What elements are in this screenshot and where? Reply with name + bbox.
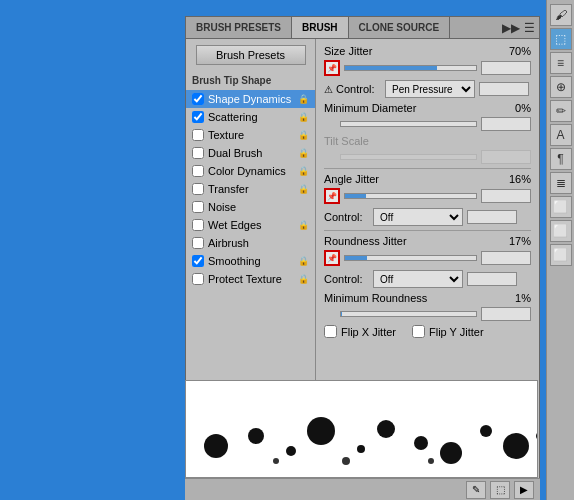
sidebar-item-color-dynamics[interactable]: Color Dynamics 🔒: [186, 162, 315, 180]
preview-footer: ✎ ⬚ ▶: [185, 478, 540, 500]
toolbar-btn-10[interactable]: ⬜: [550, 220, 572, 242]
tab-menu-icon[interactable]: ☰: [524, 21, 535, 35]
size-jitter-slider[interactable]: [344, 65, 477, 71]
size-jitter-row: Size Jitter 70%: [324, 45, 531, 57]
divider2: [324, 230, 531, 231]
sidebar-item-airbrush[interactable]: Airbrush: [186, 234, 315, 252]
toolbar-btn-2[interactable]: ⬚: [550, 28, 572, 50]
svg-point-0: [204, 434, 228, 458]
control2-select[interactable]: Off: [373, 208, 463, 226]
flip-y-jitter-row: Flip Y Jitter: [412, 325, 484, 338]
tab-bar: BRUSH PRESETS BRUSH CLONE SOURCE ▶▶ ☰: [186, 17, 539, 39]
sidebar-item-protect-texture[interactable]: Protect Texture 🔒: [186, 270, 315, 288]
angle-jitter-label: Angle Jitter: [324, 173, 495, 185]
footer-icon-play[interactable]: ▶: [514, 481, 534, 499]
lock-icon: 🔒: [297, 129, 309, 141]
wet-edges-checkbox[interactable]: [192, 219, 204, 231]
airbrush-checkbox[interactable]: [192, 237, 204, 249]
brush-preview: [185, 380, 538, 478]
lock-icon: 🔒: [297, 93, 309, 105]
sidebar-item-shape-dynamics[interactable]: Shape Dynamics 🔒: [186, 90, 315, 108]
tab-clone-source[interactable]: CLONE SOURCE: [349, 17, 451, 38]
protect-texture-checkbox[interactable]: [192, 273, 204, 285]
size-jitter-label: Size Jitter: [324, 45, 495, 57]
warn-icon: ⚠: [324, 84, 333, 95]
scattering-checkbox[interactable]: [192, 111, 204, 123]
sidebar-item-wet-edges[interactable]: Wet Edges 🔒: [186, 216, 315, 234]
angle-jitter-row: Angle Jitter 16%: [324, 173, 531, 185]
control2-row: Control: Off: [324, 208, 531, 226]
min-roundness-input: [481, 307, 531, 321]
angle-jitter-pin[interactable]: 📌: [324, 188, 340, 204]
tab-scroll-icon[interactable]: ▶▶: [502, 21, 520, 35]
min-roundness-row: Minimum Roundness 1%: [324, 292, 531, 304]
toolbar-btn-3[interactable]: ≡: [550, 52, 572, 74]
tilt-scale-input: [481, 150, 531, 164]
footer-icon-grid[interactable]: ⬚: [490, 481, 510, 499]
min-diameter-slider[interactable]: [340, 121, 477, 127]
transfer-checkbox[interactable]: [192, 183, 204, 195]
blue-background: [0, 0, 185, 500]
noise-checkbox[interactable]: [192, 201, 204, 213]
control1-select[interactable]: Pen Pressure: [385, 80, 475, 98]
min-diameter-row: Minimum Diameter 0%: [324, 102, 531, 114]
sidebar-item-smoothing[interactable]: Smoothing 🔒: [186, 252, 315, 270]
svg-point-3: [307, 417, 335, 445]
flip-x-jitter-row: Flip X Jitter: [324, 325, 396, 338]
sidebar-item-noise[interactable]: Noise: [186, 198, 315, 216]
toolbar-btn-4[interactable]: ⊕: [550, 76, 572, 98]
min-diameter-input: [481, 117, 531, 131]
toolbar-btn-7[interactable]: ¶: [550, 148, 572, 170]
brush-presets-button[interactable]: Brush Presets: [196, 45, 306, 65]
size-jitter-pin[interactable]: 📌: [324, 60, 340, 76]
texture-checkbox[interactable]: [192, 129, 204, 141]
tilt-scale-row: Tilt Scale: [324, 135, 531, 147]
tilt-scale-slider: [340, 154, 477, 160]
control3-label: Control:: [324, 273, 369, 285]
tab-extras: ▶▶ ☰: [502, 17, 539, 38]
size-jitter-input[interactable]: [481, 61, 531, 75]
toolbar-btn-6[interactable]: A: [550, 124, 572, 146]
svg-point-7: [440, 442, 462, 464]
footer-icon-edit[interactable]: ✎: [466, 481, 486, 499]
shape-dynamics-checkbox[interactable]: [192, 93, 204, 105]
min-roundness-slider[interactable]: [340, 311, 477, 317]
sidebar-item-scattering[interactable]: Scattering 🔒: [186, 108, 315, 126]
flip-x-checkbox[interactable]: [324, 325, 337, 338]
divider1: [324, 168, 531, 169]
sidebar-item-label: Shape Dynamics: [208, 93, 295, 105]
lock-icon: 🔒: [297, 255, 309, 267]
min-diameter-label: Minimum Diameter: [324, 102, 495, 114]
toolbar-btn-9[interactable]: ⬜: [550, 196, 572, 218]
toolbar-btn-5[interactable]: ✏: [550, 100, 572, 122]
brush-tip-shape-label: Brush Tip Shape: [186, 73, 315, 88]
svg-point-1: [248, 428, 264, 444]
color-dynamics-checkbox[interactable]: [192, 165, 204, 177]
control3-input: [467, 272, 517, 286]
tab-brush-presets[interactable]: BRUSH PRESETS: [186, 17, 292, 38]
flip-y-checkbox[interactable]: [412, 325, 425, 338]
size-jitter-value: 70%: [495, 45, 531, 57]
dual-brush-checkbox[interactable]: [192, 147, 204, 159]
sidebar-item-label: Texture: [208, 129, 295, 141]
sidebar-item-transfer[interactable]: Transfer 🔒: [186, 180, 315, 198]
tab-brush[interactable]: BRUSH: [292, 17, 349, 38]
control3-select[interactable]: Off: [373, 270, 463, 288]
svg-point-4: [357, 445, 365, 453]
toolbar-btn-8[interactable]: ≣: [550, 172, 572, 194]
smoothing-checkbox[interactable]: [192, 255, 204, 267]
control1-label: Control:: [336, 83, 381, 95]
sidebar-item-label: Airbrush: [208, 237, 309, 249]
toolbar-btn-11[interactable]: ⬜: [550, 244, 572, 266]
sidebar-item-dual-brush[interactable]: Dual Brush 🔒: [186, 144, 315, 162]
roundness-jitter-pin[interactable]: 📌: [324, 250, 340, 266]
sidebar-item-texture[interactable]: Texture 🔒: [186, 126, 315, 144]
toolbar-btn-1[interactable]: 🖌: [550, 4, 572, 26]
angle-jitter-slider[interactable]: [344, 193, 477, 199]
control1-row: ⚠ Control: Pen Pressure: [324, 80, 531, 98]
control1-input: [479, 82, 529, 96]
min-roundness-label: Minimum Roundness: [324, 292, 495, 304]
svg-point-10: [536, 431, 538, 441]
flip-row: Flip X Jitter Flip Y Jitter: [324, 325, 531, 340]
roundness-jitter-slider[interactable]: [344, 255, 477, 261]
